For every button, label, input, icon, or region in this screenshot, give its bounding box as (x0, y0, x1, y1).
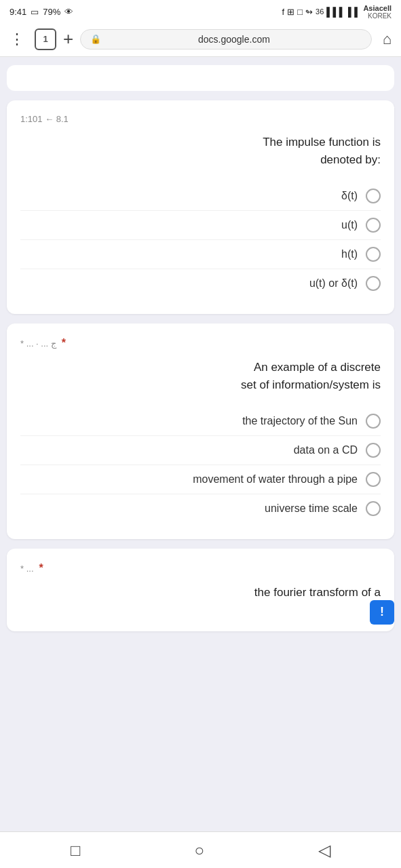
home-button[interactable]: ⌂ (383, 31, 392, 48)
question-meta-2: ج ... · ... * * (20, 337, 381, 349)
nav-bar: ⋮ 1 + 🔒 docs.google.com ⌂ (0, 22, 401, 57)
menu-dots[interactable]: ⋮ (9, 31, 25, 48)
option-universe[interactable]: universe time scale (20, 494, 381, 523)
required-star-3: * (39, 562, 43, 574)
option-u-label: u(t) (341, 219, 358, 231)
question-card-2: ج ... · ... * * An example of a discrete… (7, 323, 394, 539)
option-h[interactable]: h(t) (20, 240, 381, 269)
battery-level: 79% (43, 7, 60, 17)
back-button[interactable]: ◁ (307, 837, 341, 864)
signal-bar-1: ▌▌▌ (326, 7, 345, 17)
option-u-or-delta-radio[interactable] (366, 276, 381, 291)
battery-icon: ▭ (31, 7, 39, 17)
question-meta-3: ... * * (20, 562, 381, 574)
option-sun[interactable]: the trajectory of the Sun (20, 407, 381, 436)
option-u-or-delta[interactable]: u(t) or δ(t) (20, 269, 381, 298)
question-card-2-section: ج ... · ... * * An example of a discrete… (7, 323, 394, 539)
option-universe-label: universe time scale (265, 502, 358, 515)
wifi-icon: ↬ (305, 7, 313, 17)
question-arabic-2: ج ... · ... * (20, 338, 56, 349)
media-icon: □ (297, 7, 303, 17)
question-text-2: An example of a discrete set of informat… (20, 359, 381, 393)
option-cd-radio[interactable] (366, 443, 381, 458)
required-star-2: * (62, 337, 66, 349)
partial-top-card (7, 65, 394, 91)
option-delta-label: δ(t) (341, 190, 358, 202)
option-sun-radio[interactable] (366, 414, 381, 429)
option-water[interactable]: movement of water through a pipe (20, 465, 381, 494)
carrier-1-name: Asiacell (363, 4, 392, 12)
url-text: docs.google.com (107, 34, 362, 45)
option-water-radio[interactable] (366, 472, 381, 487)
option-u-radio[interactable] (366, 218, 381, 233)
option-h-label: h(t) (341, 248, 358, 260)
feedback-float-button[interactable]: ! (370, 600, 394, 625)
option-cd-label: data on a CD (294, 444, 358, 456)
question-arabic-1: 8.1 ← 1:101 (20, 114, 69, 124)
option-sun-label: the trajectory of the Sun (242, 415, 358, 427)
option-water-label: movement of water through a pipe (193, 473, 358, 486)
question-meta-1: 8.1 ← 1:101 (20, 114, 381, 124)
page-content: 8.1 ← 1:101 The impulse function is deno… (0, 57, 401, 831)
question-arabic-3: ... * (20, 564, 34, 574)
carrier-2-name: KOREK (368, 12, 392, 20)
option-cd[interactable]: data on a CD (20, 436, 381, 465)
bottom-nav: □ ○ ◁ (0, 831, 401, 868)
signal-bar-2: ▌▌ (348, 7, 360, 17)
home-nav-button[interactable]: ○ (184, 837, 216, 864)
new-tab-button[interactable]: + (63, 28, 73, 50)
question-text-1: The impulse function is denoted by: (20, 134, 381, 168)
status-left: 9:41 ▭ 79% 👁 (9, 7, 73, 17)
time-display: 9:41 (9, 7, 26, 17)
lock-icon: 🔒 (90, 34, 101, 44)
status-right: f ⊞ □ ↬ 36 ▌▌▌ ▌▌ Asiacell KOREK (282, 4, 392, 20)
gallery-icon: ⊞ (287, 7, 294, 17)
eye-icon: 👁 (64, 7, 73, 17)
facebook-icon: f (282, 7, 285, 17)
option-u-or-delta-label: u(t) or δ(t) (309, 277, 358, 290)
url-bar[interactable]: 🔒 docs.google.com (80, 29, 372, 50)
option-u[interactable]: u(t) (20, 211, 381, 240)
tab-switcher[interactable]: 1 (35, 28, 56, 50)
question-text-3: the fourier transform of a (20, 584, 381, 601)
status-bar: 9:41 ▭ 79% 👁 f ⊞ □ ↬ 36 ▌▌▌ ▌▌ Asiacell … (0, 0, 401, 22)
recent-apps-button[interactable]: □ (60, 837, 92, 864)
option-delta[interactable]: δ(t) (20, 182, 381, 211)
option-h-radio[interactable] (366, 247, 381, 262)
option-delta-radio[interactable] (366, 189, 381, 203)
tab-count: 1 (43, 34, 47, 44)
signal-strength-display: 36 (316, 7, 324, 16)
feedback-icon: ! (380, 605, 384, 619)
question-card-3: ... * * the fourier transform of a (7, 549, 394, 631)
option-universe-radio[interactable] (366, 501, 381, 516)
question-card-3-section: ... * * the fourier transform of a ! (7, 549, 394, 631)
question-card-1: 8.1 ← 1:101 The impulse function is deno… (7, 100, 394, 314)
